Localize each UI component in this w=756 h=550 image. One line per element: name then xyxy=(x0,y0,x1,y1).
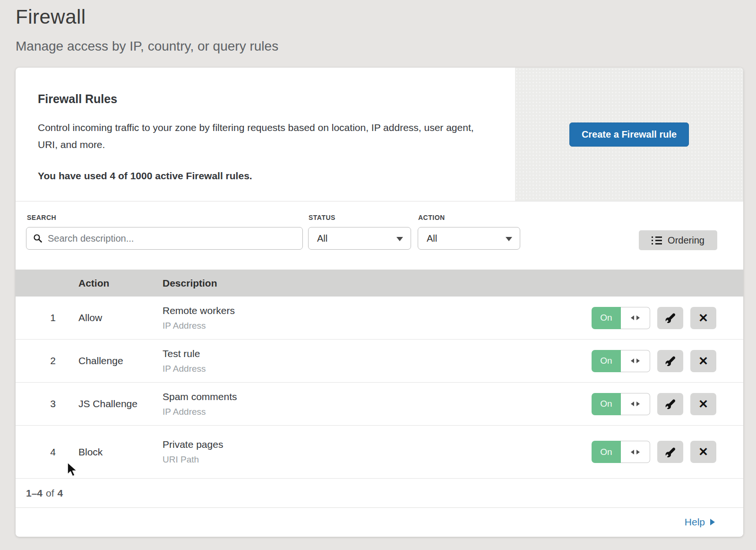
rule-priority: 1 xyxy=(16,312,56,323)
delete-rule-button[interactable]: ✕ xyxy=(690,393,716,415)
rules-usage-text: You have used 4 of 1000 active Firewall … xyxy=(38,170,487,182)
page-subtitle: Manage access by IP, country, or query r… xyxy=(16,39,756,54)
rule-description-cell: Test rule IP Address xyxy=(163,348,592,374)
rule-priority: 2 xyxy=(16,355,56,367)
page-header: Firewall Manage access by IP, country, o… xyxy=(0,0,756,54)
rule-controls: On ✕ xyxy=(592,393,716,415)
toggle-handle-icon xyxy=(621,350,650,372)
rule-enabled-toggle[interactable]: On xyxy=(592,393,650,415)
status-selected-value: All xyxy=(317,233,327,244)
rule-controls: On ✕ xyxy=(592,307,716,329)
wrench-icon xyxy=(665,446,676,458)
rules-description: Control incoming traffic to your zone by… xyxy=(38,119,487,153)
toggle-on-label: On xyxy=(592,350,621,372)
rules-intro-text: Firewall Rules Control incoming traffic … xyxy=(16,68,515,201)
edit-rule-button[interactable] xyxy=(657,307,683,329)
rule-description-cell: Spam comments IP Address xyxy=(163,391,592,417)
toggle-on-label: On xyxy=(592,441,621,463)
description-column-header: Description xyxy=(163,278,743,289)
delete-rule-button[interactable]: ✕ xyxy=(690,441,716,463)
ordered-list-icon xyxy=(652,236,662,244)
search-icon xyxy=(33,234,43,243)
rule-match-type: IP Address xyxy=(163,407,592,417)
rule-priority: 3 xyxy=(16,398,56,410)
rule-controls: On ✕ xyxy=(592,350,716,372)
action-select[interactable]: All xyxy=(418,227,520,250)
close-icon: ✕ xyxy=(698,398,708,410)
table-row: 2 Challenge Test rule IP Address On ✕ xyxy=(16,340,743,383)
search-box[interactable] xyxy=(26,227,303,250)
action-selected-value: All xyxy=(427,233,437,244)
toggle-handle-icon xyxy=(621,441,650,463)
rule-description: Private pages xyxy=(163,439,592,450)
rule-action: Allow xyxy=(78,312,163,323)
search-input[interactable] xyxy=(48,233,296,244)
close-icon: ✕ xyxy=(698,446,708,458)
rule-description: Remote workers xyxy=(163,305,592,316)
create-firewall-rule-button[interactable]: Create a Firewall rule xyxy=(569,122,689,147)
rules-heading: Firewall Rules xyxy=(38,92,487,106)
table-row: 4 Block Private pages URI Path On ✕ xyxy=(16,426,743,479)
ordering-button-label: Ordering xyxy=(668,235,704,246)
pagination-total: 4 xyxy=(58,488,63,499)
toggle-handle-icon xyxy=(621,393,650,415)
search-label: SEARCH xyxy=(27,214,56,221)
rule-action: Block xyxy=(78,446,163,458)
action-label: ACTION xyxy=(418,214,445,221)
wrench-icon xyxy=(665,355,676,367)
help-row: Help xyxy=(16,508,743,536)
close-icon: ✕ xyxy=(698,312,708,324)
edit-rule-button[interactable] xyxy=(657,350,683,372)
rule-description: Test rule xyxy=(163,348,592,359)
status-label: STATUS xyxy=(309,214,335,221)
pagination-footer: 1–4 of 4 xyxy=(16,479,743,508)
create-rule-panel: Create a Firewall rule xyxy=(515,68,743,201)
rule-action: Challenge xyxy=(78,355,163,367)
rule-priority: 4 xyxy=(16,446,56,458)
rule-description: Spam comments xyxy=(163,391,592,402)
rule-enabled-toggle[interactable]: On xyxy=(592,350,650,372)
pagination-range: 1–4 xyxy=(26,488,43,499)
rule-action: JS Challenge xyxy=(78,398,163,410)
ordering-button[interactable]: Ordering xyxy=(639,230,717,250)
rule-match-type: IP Address xyxy=(163,364,592,374)
rule-match-type: IP Address xyxy=(163,321,592,331)
help-link-label: Help xyxy=(685,516,705,528)
delete-rule-button[interactable]: ✕ xyxy=(690,307,716,329)
rule-description-cell: Private pages URI Path xyxy=(163,439,592,465)
rules-intro-section: Firewall Rules Control incoming traffic … xyxy=(16,68,743,201)
toggle-handle-icon xyxy=(621,307,650,329)
help-link[interactable]: Help xyxy=(685,516,715,528)
delete-rule-button[interactable]: ✕ xyxy=(690,350,716,372)
table-header: Action Description xyxy=(16,270,743,297)
rule-enabled-toggle[interactable]: On xyxy=(592,307,650,329)
arrow-right-icon xyxy=(710,519,715,525)
edit-rule-button[interactable] xyxy=(657,441,683,463)
firewall-rules-card: Firewall Rules Control incoming traffic … xyxy=(16,68,743,537)
wrench-icon xyxy=(665,312,676,323)
page-title: Firewall xyxy=(16,6,756,28)
rule-match-type: URI Path xyxy=(163,454,592,465)
table-row: 3 JS Challenge Spam comments IP Address … xyxy=(16,383,743,426)
status-select[interactable]: All xyxy=(308,227,411,250)
rule-description-cell: Remote workers IP Address xyxy=(163,305,592,331)
action-column-header: Action xyxy=(78,278,163,289)
edit-rule-button[interactable] xyxy=(657,393,683,415)
table-row: 1 Allow Remote workers IP Address On ✕ xyxy=(16,297,743,340)
toggle-on-label: On xyxy=(592,393,621,415)
filters-bar: SEARCH STATUS All ACTION All Ordering xyxy=(16,201,743,270)
close-icon: ✕ xyxy=(698,355,708,367)
rule-controls: On ✕ xyxy=(592,441,716,463)
toggle-on-label: On xyxy=(592,307,621,329)
chevron-down-icon xyxy=(506,237,512,241)
wrench-icon xyxy=(665,398,676,410)
pagination-of: of xyxy=(46,488,54,499)
rule-enabled-toggle[interactable]: On xyxy=(592,441,650,463)
chevron-down-icon xyxy=(396,237,403,241)
